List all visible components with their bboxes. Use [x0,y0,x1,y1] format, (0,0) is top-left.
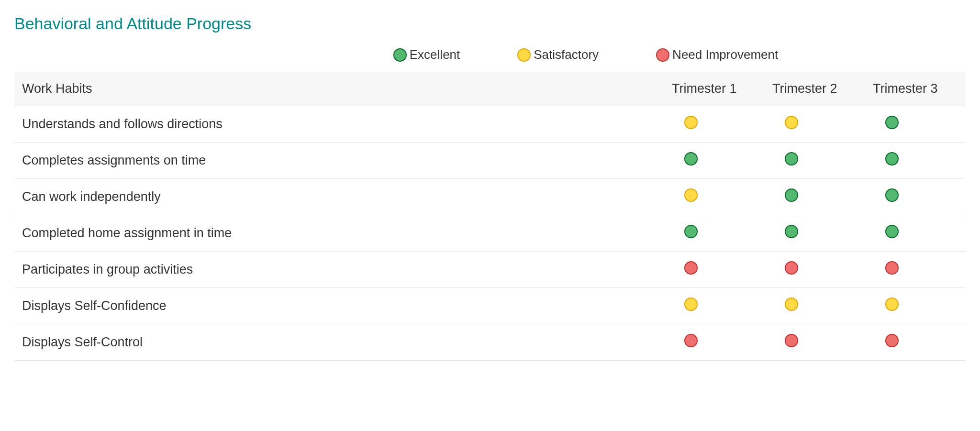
row-label: Displays Self-Confidence [14,288,664,324]
dot-satisfactory-icon [785,298,798,311]
row-t2-cell [765,106,865,143]
dot-need-improvement-icon [885,261,899,275]
row-t2-cell [765,252,865,288]
row-t3-cell [865,179,966,215]
dot-need-improvement-icon [785,261,798,275]
row-t1-cell [664,215,765,252]
dot-need-improvement-icon [656,48,669,62]
dot-need-improvement-icon [684,261,698,275]
row-t1-cell [664,179,765,215]
row-t1-cell [664,143,765,179]
table-row: Completes assignments on time [14,143,966,179]
dot-excellent-icon [785,225,798,238]
header-trimester-2: Trimester 2 [765,72,865,106]
legend-item-need-improvement: Need Improvement [656,47,778,62]
row-t3-cell [865,288,966,324]
header-trimester-1: Trimester 1 [664,72,765,106]
row-t3-cell [865,143,966,179]
dot-excellent-icon [885,152,899,166]
row-label: Can work independently [14,179,664,215]
dot-need-improvement-icon [785,334,798,347]
dot-need-improvement-icon [885,334,899,347]
dot-excellent-icon [684,225,698,238]
dot-excellent-icon [885,225,899,238]
dot-excellent-icon [684,152,698,166]
row-t3-cell [865,215,966,252]
row-t2-cell [765,324,865,361]
section-title: Behavioral and Attitude Progress [14,14,966,33]
row-label: Completed home assignment in time [14,215,664,252]
row-t3-cell [865,252,966,288]
table-row: Can work independently [14,179,966,215]
row-t1-cell [664,324,765,361]
row-t1-cell [664,106,765,143]
row-t2-cell [765,143,865,179]
row-t2-cell [765,215,865,252]
row-t3-cell [865,106,966,143]
row-t3-cell [865,324,966,361]
dot-satisfactory-icon [684,298,698,311]
dot-need-improvement-icon [684,334,698,347]
legend-label-satisfactory: Satisfactory [534,47,599,62]
table-row: Displays Self-Confidence [14,288,966,324]
row-t2-cell [765,179,865,215]
legend-item-satisfactory: Satisfactory [517,47,599,62]
legend-label-excellent: Excellent [410,47,460,62]
legend: Excellent Satisfactory Need Improvement [14,47,966,62]
table-row: Participates in group activities [14,252,966,288]
progress-table: Work Habits Trimester 1 Trimester 2 Trim… [14,72,966,361]
row-label: Completes assignments on time [14,143,664,179]
row-t1-cell [664,288,765,324]
row-label: Participates in group activities [14,252,664,288]
table-header-row: Work Habits Trimester 1 Trimester 2 Trim… [14,72,966,106]
legend-label-need-improvement: Need Improvement [672,47,778,62]
dot-satisfactory-icon [785,116,798,129]
row-t2-cell [765,288,865,324]
header-habits: Work Habits [14,72,664,106]
row-label: Understands and follows directions [14,106,664,143]
dot-excellent-icon [785,188,798,202]
dot-satisfactory-icon [885,298,899,311]
dot-satisfactory-icon [517,48,531,62]
dot-satisfactory-icon [684,188,698,202]
dot-excellent-icon [785,152,798,166]
table-row: Completed home assignment in time [14,215,966,252]
legend-item-excellent: Excellent [393,47,460,62]
table-row: Displays Self-Control [14,324,966,361]
dot-excellent-icon [885,116,899,129]
dot-excellent-icon [393,48,407,62]
dot-satisfactory-icon [684,116,698,129]
header-trimester-3: Trimester 3 [865,72,966,106]
row-t1-cell [664,252,765,288]
table-row: Understands and follows directions [14,106,966,143]
dot-excellent-icon [885,188,899,202]
row-label: Displays Self-Control [14,324,664,361]
